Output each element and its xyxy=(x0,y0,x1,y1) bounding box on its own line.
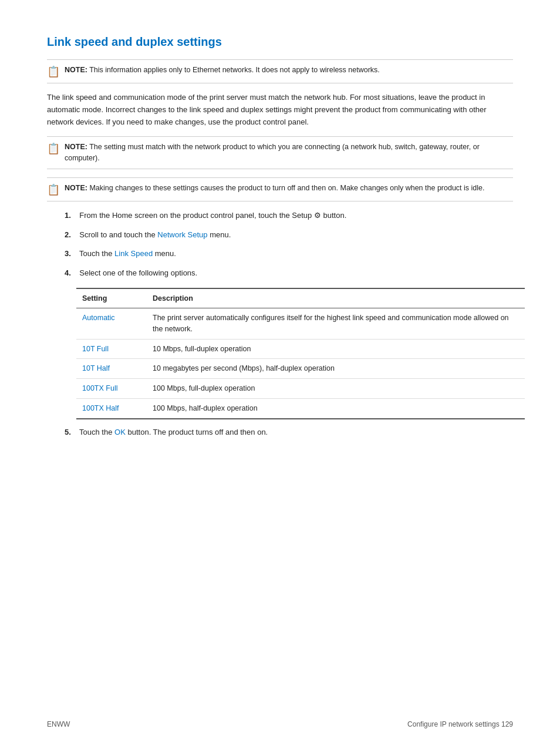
note-icon-3: 📋 xyxy=(47,183,60,196)
setting-cell-0: Automatic xyxy=(76,308,147,340)
note-3-text: Making changes to these settings causes … xyxy=(89,184,484,192)
step-2-link: Network Setup xyxy=(157,230,207,239)
step-3-text-before: Touch the xyxy=(79,249,114,258)
step-3-link: Link Speed xyxy=(114,249,153,258)
setting-cell-4: 100TX Half xyxy=(76,398,147,418)
step-5-text-after: button. The product turns off and then o… xyxy=(127,428,268,436)
note-1: 📋 NOTE: This information applies only to… xyxy=(47,59,513,83)
step-1-text-before: From the Home screen on the product cont… xyxy=(79,211,314,220)
note-2-text: The setting must match with the network … xyxy=(65,143,480,162)
step-4-text-before: Select one of the following options. xyxy=(79,268,197,277)
setup-icon: ⚙ xyxy=(314,210,321,222)
step-5: 5. Touch the OK button. The product turn… xyxy=(65,426,513,439)
note-icon-2: 📋 xyxy=(47,142,60,155)
step-1: 1. From the Home screen on the product c… xyxy=(65,210,513,222)
note-2: 📋 NOTE: The setting must match with the … xyxy=(47,136,513,169)
step-5-num: 5. xyxy=(65,428,71,436)
setting-cell-3: 100TX Full xyxy=(76,379,147,399)
step-2-num: 2. xyxy=(65,230,71,239)
footer-right: Configure IP network settings 129 xyxy=(407,720,513,728)
step-5-text-before: Touch the xyxy=(79,428,114,436)
step-2-text-after: menu. xyxy=(210,230,231,239)
note-2-label: NOTE: xyxy=(65,143,87,151)
setting-cell-1: 10T Full xyxy=(76,339,147,359)
footer-left: ENWW xyxy=(47,720,70,728)
description-cell-1: 10 Mbps, full-duplex operation xyxy=(147,339,525,359)
note-icon-1: 📋 xyxy=(47,65,60,78)
table-row: 10T Half10 megabytes per second (Mbps), … xyxy=(76,359,525,379)
table-row: 100TX Full100 Mbps, full-duplex operatio… xyxy=(76,379,525,399)
description-cell-4: 100 Mbps, half-duplex operation xyxy=(147,398,525,418)
step-1-text-after: button. xyxy=(323,211,347,220)
step-2: 2. Scroll to and touch the Network Setup… xyxy=(65,229,513,241)
note-3-content: NOTE: Making changes to these settings c… xyxy=(65,183,484,194)
col-header-description: Description xyxy=(147,288,525,308)
table-row: 100TX Half100 Mbps, half-duplex operatio… xyxy=(76,398,525,418)
step-5-link: OK xyxy=(114,428,126,436)
step-3-num: 3. xyxy=(65,249,71,258)
step-1-num: 1. xyxy=(65,211,71,220)
step-2-text-before: Scroll to and touch the xyxy=(79,230,157,239)
note-1-label: NOTE: xyxy=(65,66,87,74)
page-title: Link speed and duplex settings xyxy=(47,35,513,49)
note-3-label: NOTE: xyxy=(65,184,87,192)
note-1-text: This information applies only to Etherne… xyxy=(89,66,380,74)
note-1-content: NOTE: This information applies only to E… xyxy=(65,65,380,76)
table-row: 10T Full10 Mbps, full-duplex operation xyxy=(76,339,525,359)
body-paragraph: The link speed and communication mode of… xyxy=(47,92,513,128)
description-cell-0: The print server automatically configure… xyxy=(147,308,525,340)
table-row: AutomaticThe print server automatically … xyxy=(76,308,525,340)
note-3: 📋 NOTE: Making changes to these settings… xyxy=(47,177,513,201)
step-4: 4. Select one of the following options. … xyxy=(65,267,513,419)
footer: ENWW Configure IP network settings 129 xyxy=(0,720,560,728)
settings-table: Setting Description AutomaticThe print s… xyxy=(76,288,525,419)
step-3-text-after: menu. xyxy=(155,249,176,258)
step-3: 3. Touch the Link Speed menu. xyxy=(65,248,513,260)
description-cell-3: 100 Mbps, full-duplex operation xyxy=(147,379,525,399)
step-4-num: 4. xyxy=(65,268,71,277)
setting-cell-2: 10T Half xyxy=(76,359,147,379)
description-cell-2: 10 megabytes per second (Mbps), half-dup… xyxy=(147,359,525,379)
note-2-content: NOTE: The setting must match with the ne… xyxy=(65,142,513,164)
steps-list: 1. From the Home screen on the product c… xyxy=(59,210,513,438)
col-header-setting: Setting xyxy=(76,288,147,308)
